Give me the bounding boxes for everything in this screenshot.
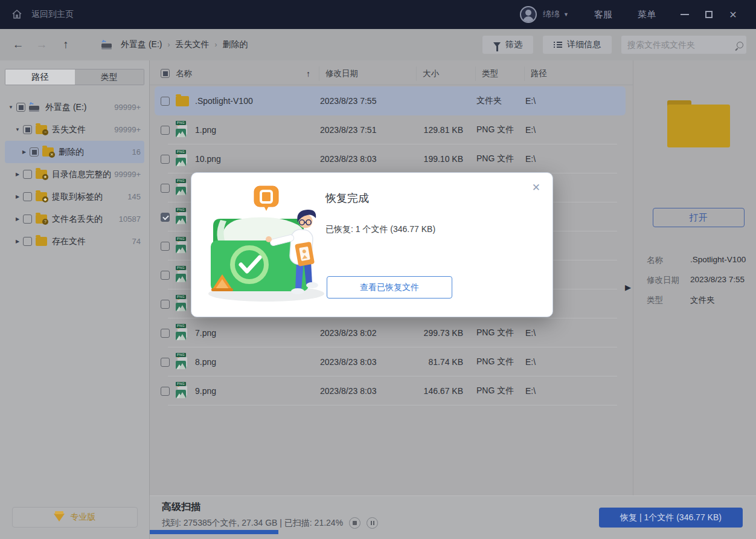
sidebar-item[interactable]: ▶存在文件74 [5,230,144,253]
tree-checkbox[interactable] [16,103,25,112]
caret-right-icon[interactable]: ▶ [14,172,21,177]
pro-version-button[interactable]: 专业版 [12,507,138,528]
row-checkbox[interactable] [161,329,170,338]
breadcrumb-item[interactable]: 丢失文件 [175,39,209,50]
detail-row: 修改日期2023/8/23 7:55 [647,275,756,286]
sidebar-tab[interactable]: 路径 [5,69,75,85]
caret-down-icon[interactable]: ▼ [14,127,21,132]
table-row[interactable]: PNG1.png2023/8/23 7:51129.81 KBPNG 文件E:\ [155,115,626,144]
table-row[interactable]: PNG7.png2023/8/23 8:02299.73 KBPNG 文件E:\ [155,318,626,347]
file-name: .Spotlight-V100 [195,96,253,106]
support-link[interactable]: 客服 [594,9,612,21]
sidebar-item[interactable]: ▼外置盘 (E:)99999+ [5,96,144,118]
menu-link[interactable]: 菜单 [638,9,656,21]
select-all-checkbox[interactable] [161,69,170,78]
file-type: PNG 文件 [470,328,519,338]
file-path: E:\ [519,154,626,164]
home-icon[interactable] [11,8,23,21]
table-row[interactable]: .Spotlight-V1002023/8/23 7:55文件夹E:\ [155,86,626,115]
row-checkbox[interactable] [161,300,170,309]
search-box[interactable] [621,36,746,54]
row-checkbox[interactable] [161,155,170,164]
row-checkbox[interactable] [161,358,170,367]
row-checkbox[interactable] [161,242,170,251]
sidebar-tab[interactable]: 类型 [75,69,144,85]
recover-button[interactable]: 恢复 | 1个文件 (346.77 KB) [599,508,743,528]
folder-badge-icon: ? [42,219,48,225]
search-input[interactable] [627,40,737,50]
column-header-name[interactable]: 名称 [176,68,192,79]
title-bar: 返回到主页 绵绵 ▼ 客服 菜单 ✕ [0,0,756,29]
row-checkbox[interactable] [161,97,170,106]
tree-checkbox[interactable] [23,192,32,201]
caret-right-icon[interactable]: ▶ [14,239,21,244]
chevron-down-icon[interactable]: ▼ [563,11,569,18]
close-button[interactable]: ✕ [721,5,745,24]
row-checkbox[interactable] [161,271,170,280]
view-recovered-files-button[interactable]: 查看已恢复文件 [327,276,452,299]
column-header-date[interactable]: 修改日期 [319,66,416,81]
file-size: 299.73 KB [411,328,470,338]
tree-checkbox[interactable] [23,237,32,246]
table-row[interactable]: PNG8.png2023/8/23 8:0381.74 KBPNG 文件E:\ [155,347,626,376]
tree-checkbox[interactable] [30,147,39,157]
item-count: 16 [132,147,141,157]
breadcrumb-separator: › [167,40,170,49]
sidebar-item[interactable]: ▶★目录信息完整的99999+ [5,163,144,186]
dialog-message: 已恢复: 1 个文件 (346.77 KB) [325,224,435,235]
sidebar-item[interactable]: ▶?文件名丢失的10587 [5,208,144,230]
avatar[interactable] [520,6,537,23]
column-header-size[interactable]: 大小 [416,66,475,81]
file-date: 2023/8/23 7:55 [314,96,411,106]
scan-title: 高级扫描 [162,501,599,514]
breadcrumb-item[interactable]: 删除的 [222,39,248,50]
caret-right-icon[interactable]: ▶ [21,149,28,155]
row-checkbox[interactable] [161,184,170,193]
folder-icon: ★ [36,170,47,179]
row-checkbox[interactable] [161,387,170,396]
row-checkbox[interactable] [161,126,170,135]
folder-icon [36,237,47,246]
back-to-home-link[interactable]: 返回到主页 [31,9,74,20]
breadcrumb-item[interactable]: 外置盘 (E:) [121,39,162,50]
folder-icon [176,96,189,106]
gem-icon [54,514,65,521]
search-icon[interactable] [737,42,743,48]
collapse-panel-icon[interactable]: ▶ [625,283,631,292]
sidebar-item-label: 目录信息完整的 [52,169,114,180]
dialog-close-icon[interactable]: ✕ [532,181,540,194]
caret-right-icon[interactable]: ▶ [14,194,21,199]
sort-ascending-icon[interactable]: ↑ [306,69,310,79]
file-type: PNG 文件 [470,357,519,367]
caret-right-icon[interactable]: ▶ [14,216,21,222]
sidebar: 路径类型 ▼外置盘 (E:)99999+▼−丢失文件99999+▶✕删除的16▶… [0,60,150,495]
table-row[interactable]: PNG10.png2023/8/23 8:03199.10 KBPNG 文件E:… [155,144,626,173]
back-arrow-icon[interactable]: ← [11,38,25,51]
up-arrow-icon[interactable]: ↑ [59,38,73,51]
sidebar-item[interactable]: ▼−丢失文件99999+ [5,118,144,141]
column-header-type[interactable]: 类型 [475,66,524,81]
caret-down-icon[interactable]: ▼ [7,105,14,110]
file-size: 81.74 KB [411,357,470,367]
tree-checkbox[interactable] [23,125,32,134]
username[interactable]: 绵绵 [543,9,560,20]
file-date: 2023/8/23 8:02 [314,328,411,338]
column-header-path[interactable]: 路径 [524,66,622,81]
tree-checkbox[interactable] [23,170,32,179]
stop-scan-button[interactable] [349,517,360,529]
open-button[interactable]: 打开 [653,208,745,227]
details-view-button[interactable]: 详细信息 [543,36,612,54]
pause-scan-button[interactable] [367,517,378,529]
row-checkbox[interactable] [161,213,170,222]
sidebar-item[interactable]: ▶✕删除的16 [5,141,144,163]
sidebar-item[interactable]: ▶◆提取到标签的145 [5,186,144,208]
filter-button[interactable]: 筛选 [482,36,533,54]
maximize-button[interactable] [697,5,721,24]
tree-checkbox[interactable] [23,215,32,224]
drive-icon [101,40,113,50]
file-name: 9.png [195,386,216,396]
table-row[interactable]: PNG9.png2023/8/23 8:03146.67 KBPNG 文件E:\ [155,376,626,405]
sidebar-item-label: 删除的 [59,147,132,158]
minimize-button[interactable] [673,5,697,24]
forward-arrow-icon[interactable]: → [34,38,49,51]
